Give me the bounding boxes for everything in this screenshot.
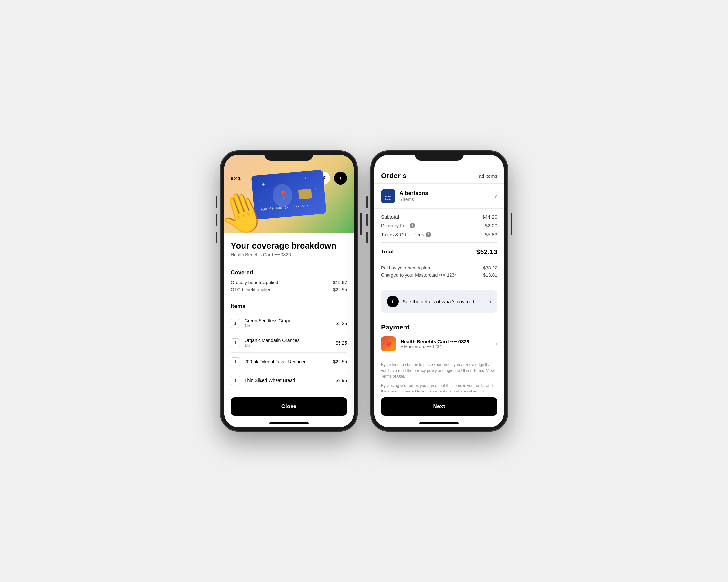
total-value: $52.13 (476, 248, 497, 256)
payment-card-sub: + Mastercard ••• 1234 (400, 344, 491, 349)
payment-split-section: Paid by your health plan $38.22 Charged … (374, 261, 504, 285)
delivery-fee-info-icon[interactable]: i (410, 223, 415, 228)
payment-chevron-right-icon: › (496, 341, 497, 347)
grocery-value: -$15.67 (332, 280, 347, 285)
item-name-2: Organic Mandarin Oranges (244, 338, 336, 343)
notch-left (264, 151, 313, 161)
item-qty-3: 1 (231, 357, 240, 366)
svg-text:✦: ✦ (261, 182, 266, 187)
item-qty-4: 1 (231, 376, 240, 385)
item-info-4: Thin Sliced Wheat Bread (244, 378, 336, 383)
delivery-fee-value: $2.00 (485, 223, 497, 228)
subtotal-value: $44.20 (482, 214, 497, 220)
fees-divider (381, 242, 497, 243)
coverage-banner-text: See the details of what's covered (402, 299, 486, 304)
payment-card-name: Health Benefits Card •••• 0826 (400, 339, 491, 344)
payment-method-info: Health Benefits Card •••• 0826 + Masterc… (400, 339, 491, 349)
taxes-fees-info-icon[interactable]: i (426, 232, 431, 237)
item-qty-2: 1 (231, 338, 240, 348)
store-info: Albertsons 6 items (399, 190, 494, 202)
items-section: Items 1 Green Seedless Grapes 1lb $5.25 … (231, 303, 347, 390)
health-plan-row: Paid by your health plan $38.22 (381, 265, 497, 271)
mastercard-charge-value: $13.81 (483, 272, 497, 278)
item-name-4: Thin Sliced Wheat Bread (244, 378, 336, 383)
covered-section-label: Covered (231, 270, 347, 276)
list-item: 1 Organic Mandarin Oranges 1lb $5.25 (231, 333, 347, 353)
coverage-chevron-right-icon: › (489, 298, 491, 305)
mastercard-charge-label: Charged to your Mastercard •••• 1234 (381, 272, 457, 278)
taxes-fees-row: Taxes & Other Fees i $5.83 (381, 232, 497, 237)
grocery-benefit-row: Grocery benefit applied -$15.67 (231, 280, 347, 285)
list-item: 1 Thin Sliced Wheat Bread $2.95 (231, 371, 347, 390)
total-row: Total $52.13 (381, 248, 497, 256)
coverage-subtitle: Health Benefits Card ••••0826 (231, 252, 347, 257)
chevron-down-icon[interactable]: ∨ (494, 193, 497, 199)
close-button[interactable]: Close (231, 397, 347, 416)
payment-section: Payment ❤️ (374, 318, 504, 357)
mastercard-charge-row: Charged to your Mastercard •••• 1234 $13… (381, 272, 497, 278)
right-phone: Order s ad items Alber tsons Albertso (370, 151, 508, 431)
item-price-4: $2.95 (336, 378, 347, 383)
item-name-3: 200 pk Tylenol Fever Reducer (244, 359, 333, 364)
coverage-info-icon: i (387, 296, 398, 307)
info-button-hero[interactable]: i (334, 172, 347, 185)
order-title-left: Order s (381, 172, 407, 180)
svg-text:tsons: tsons (385, 198, 391, 200)
taxes-fees-value: $5.83 (485, 232, 497, 237)
close-btn-bar: Close (224, 392, 354, 427)
store-name: Albertsons (399, 190, 494, 197)
status-time: 9:41 (231, 175, 241, 181)
payment-card-icon: ❤️ (381, 336, 396, 351)
item-price-1: $5.25 (336, 321, 347, 326)
list-item: 1 Green Seedless Grapes 1lb $5.25 (231, 313, 347, 333)
otc-value: -$22.55 (332, 287, 347, 292)
left-phone: 9:41 ✕ i (220, 151, 358, 431)
coverage-details-banner[interactable]: i See the details of what's covered › (381, 290, 497, 312)
coverage-title: Your coverage breakdown (231, 241, 347, 251)
item-name-1: Green Seedless Grapes (244, 318, 336, 323)
next-btn-bar: Next (374, 392, 504, 427)
coverage-hero: 9:41 ✕ i (224, 155, 354, 233)
store-header: Alber tsons Albertsons 6 items ∨ (374, 184, 504, 209)
health-plan-value: $38.22 (483, 265, 497, 271)
items-section-label: Items (231, 303, 347, 310)
home-indicator-left (269, 422, 309, 424)
right-scroll-content: Alber tsons Albertsons 6 items ∨ Subtota… (374, 184, 504, 427)
health-plan-label: Paid by your health plan (381, 265, 430, 271)
item-info-1: Green Seedless Grapes 1lb (244, 318, 336, 328)
delivery-fee-row: Delivery Fee i $2.00 (381, 223, 497, 228)
total-label: Total (381, 249, 394, 255)
item-unit-1: 1lb (244, 323, 336, 328)
item-info-3: 200 pk Tylenol Fever Reducer (244, 359, 333, 364)
taxes-fees-label: Taxes & Other Fees i (381, 232, 431, 237)
payment-title: Payment (381, 323, 497, 331)
health-card-icon-svg: ❤️ (383, 338, 394, 350)
item-info-2: Organic Mandarin Oranges 1lb (244, 338, 336, 348)
item-price-3: $22.55 (333, 359, 347, 364)
order-fees-section: Subtotal $44.20 Delivery Fee i $2.00 Tax… (374, 209, 504, 261)
item-unit-2: 1lb (244, 343, 336, 348)
albertsons-logo: Alber tsons (382, 190, 395, 202)
item-qty-1: 1 (231, 319, 240, 328)
item-price-2: $5.25 (336, 340, 347, 345)
legal-text-1: By clicking the button to place your ord… (381, 362, 497, 380)
store-items-count: 6 items (399, 197, 494, 202)
list-item: 1 200 pk Tylenol Fever Reducer $22.55 (231, 353, 347, 371)
left-phone-inner: 9:41 ✕ i (224, 155, 354, 427)
svg-text:✦: ✦ (304, 176, 307, 180)
otc-label: OTC benefit applied (231, 287, 271, 292)
store-logo: Alber tsons (381, 189, 395, 203)
subtotal-label: Subtotal (381, 214, 399, 220)
next-button[interactable]: Next (381, 397, 497, 416)
otc-benefit-row: OTC benefit applied -$22.55 (231, 287, 347, 292)
subtotal-row: Subtotal $44.20 (381, 214, 497, 220)
right-phone-inner: Order s ad items Alber tsons Albertso (374, 155, 504, 427)
svg-rect-6 (298, 189, 312, 199)
svg-text:❤️: ❤️ (385, 341, 392, 348)
notch-right (415, 151, 464, 161)
grocery-label: Grocery benefit applied (231, 280, 278, 285)
svg-text:✦: ✦ (314, 187, 317, 191)
screen-container: 9:41 ✕ i (220, 151, 508, 431)
svg-text:📍: 📍 (278, 190, 290, 201)
payment-method-selector[interactable]: ❤️ Health Benefits Card •••• 0826 + Mast… (381, 336, 497, 351)
